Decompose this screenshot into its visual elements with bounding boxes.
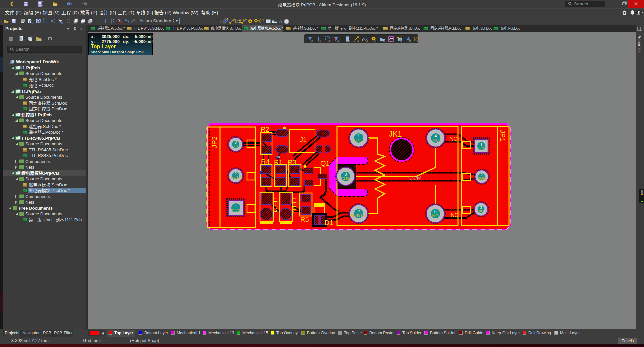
- svg-text:R5: R5: [300, 216, 309, 223]
- svg-text:Q1: Q1: [320, 160, 330, 167]
- svg-text:JP2: JP2: [210, 136, 218, 148]
- svg-text:NetJ1_2: NetJ1_2: [229, 175, 243, 179]
- svg-text:J1: J1: [300, 136, 307, 143]
- svg-text:JP1: JP1: [499, 130, 507, 142]
- svg-text:NetD1_2: NetD1_2: [350, 213, 367, 218]
- svg-text:NO: NO: [432, 213, 439, 218]
- svg-text:COM: COM: [408, 175, 422, 181]
- svg-text:NO: NO: [450, 212, 459, 218]
- svg-text:NC: NC: [449, 136, 457, 142]
- svg-text:GND: GND: [231, 209, 240, 213]
- svg-text:R2: R2: [261, 126, 269, 133]
- svg-text:NO: NO: [478, 209, 484, 213]
- svg-text:+5: +5: [234, 144, 238, 148]
- svg-text:LED1: LED1: [272, 197, 279, 213]
- svg-text:A: A: [279, 19, 283, 24]
- svg-text:D1: D1: [325, 219, 333, 226]
- svg-text:JK1: JK1: [389, 130, 402, 138]
- svg-text:LED2: LED2: [291, 198, 298, 214]
- svg-text:R1: R1: [274, 159, 283, 166]
- svg-text:R3: R3: [288, 159, 296, 166]
- svg-text:GND: GND: [354, 138, 364, 143]
- svg-text:NC: NC: [478, 147, 484, 151]
- svg-text:COM: COM: [477, 176, 486, 180]
- svg-text:R4: R4: [261, 158, 270, 165]
- svg-text:COM: COM: [341, 176, 351, 181]
- svg-text:NC: NC: [433, 138, 439, 143]
